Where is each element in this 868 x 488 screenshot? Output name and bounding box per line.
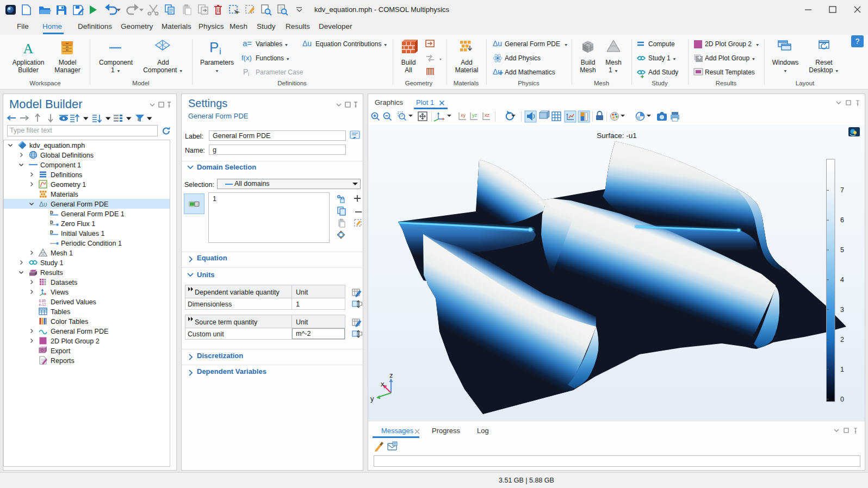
svg-text:General Form PDE 1: General Form PDE 1 (61, 210, 125, 218)
svg-text:Mesh 1: Mesh 1 (51, 249, 73, 257)
svg-text:yz: yz (472, 112, 478, 118)
svg-text:Color Tables: Color Tables (51, 318, 88, 326)
svg-text:General Form PDE: General Form PDE (51, 328, 108, 335)
svg-text:D: D (50, 230, 53, 235)
svg-text:2: 2 (840, 336, 844, 343)
svg-text:P: P (243, 67, 248, 76)
svg-text:f(x): f(x) (241, 54, 252, 62)
svg-text:a=: a= (243, 39, 252, 48)
svg-text:Materials: Materials (51, 191, 78, 198)
svg-text:Results: Results (40, 269, 63, 277)
svg-text:D: D (50, 210, 53, 215)
svg-text:e-12: e-12 (39, 303, 46, 306)
svg-text:y: y (370, 395, 374, 403)
svg-text:0: 0 (840, 396, 844, 403)
svg-text:z: z (389, 371, 393, 379)
svg-text:Export: Export (51, 347, 71, 355)
svg-text:?: ? (855, 37, 860, 46)
svg-text:Derived Values: Derived Values (51, 298, 96, 306)
svg-text:Δυ: Δυ (39, 201, 47, 208)
svg-text:kdv_equation.mph: kdv_equation.mph (29, 142, 85, 149)
svg-text:Component 1: Component 1 (40, 161, 81, 169)
svg-text:i: i (248, 71, 249, 77)
svg-text:3: 3 (840, 306, 844, 314)
svg-text:A: A (23, 41, 34, 57)
svg-text:Views: Views (51, 289, 69, 296)
svg-text:Definitions: Definitions (51, 171, 82, 179)
svg-text:5: 5 (840, 246, 844, 254)
svg-text:P: P (209, 39, 219, 55)
svg-text:6: 6 (840, 216, 844, 224)
svg-text:x: x (381, 380, 385, 388)
svg-text:2D Plot Group 2: 2D Plot Group 2 (51, 337, 100, 345)
svg-text:D: D (50, 220, 53, 225)
svg-text:Reports: Reports (51, 357, 75, 365)
svg-text:1: 1 (840, 366, 844, 373)
svg-text:kdv_equation.mph - COMSOL Mult: kdv_equation.mph - COMSOL Multiphysics (314, 5, 450, 14)
svg-text:Surface: -u1: Surface: -u1 (597, 132, 637, 140)
svg-text:Periodic Condition 1: Periodic Condition 1 (61, 240, 122, 247)
svg-text:i: i (219, 46, 221, 57)
svg-text:Tables: Tables (51, 308, 70, 316)
svg-text:Δu: Δu (493, 39, 502, 48)
svg-text:Datasets: Datasets (51, 279, 77, 286)
svg-text:Study 1: Study 1 (40, 259, 63, 267)
svg-text:xz: xz (485, 112, 490, 118)
svg-text:4: 4 (840, 276, 844, 284)
svg-text:7: 7 (840, 186, 844, 194)
svg-text:Zero Flux 1: Zero Flux 1 (61, 220, 95, 228)
svg-text:Initial Values 1: Initial Values 1 (61, 230, 104, 237)
svg-text:Geometry 1: Geometry 1 (51, 181, 86, 189)
svg-text:Δu: Δu (302, 39, 312, 48)
svg-text:Global Definitions: Global Definitions (40, 152, 94, 159)
svg-text:General Form PDE: General Form PDE (51, 201, 108, 208)
svg-text:xy: xy (461, 112, 466, 118)
